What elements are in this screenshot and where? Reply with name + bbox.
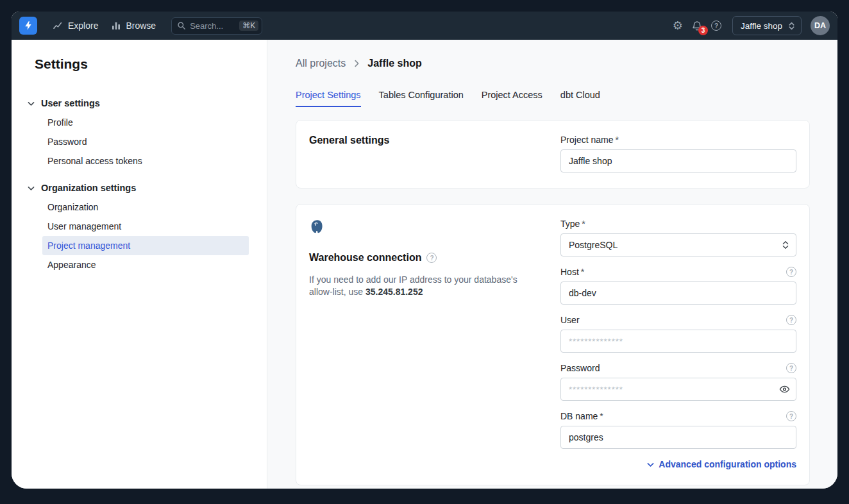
project-name-input[interactable]: [560, 149, 796, 172]
chevron-up-down-icon: [787, 22, 796, 30]
main-content: All projects Jaffle shop Project Setting…: [267, 40, 837, 489]
host-input[interactable]: [560, 281, 796, 305]
sidebar-section-user-settings: User settings Profile Password Personal …: [12, 94, 267, 171]
app-frame: Explore Browse ⌘K ⚙ 3 ?: [12, 12, 837, 489]
tab-dbt-cloud[interactable]: dbt Cloud: [560, 90, 600, 107]
breadcrumb: All projects Jaffle shop: [296, 58, 837, 69]
top-navbar: Explore Browse ⌘K ⚙ 3 ?: [12, 12, 837, 40]
tab-project-settings[interactable]: Project Settings: [296, 90, 361, 107]
sidebar-item-profile[interactable]: Profile: [42, 113, 249, 132]
ip-allowlist-description: If you need to add our IP address to you…: [309, 274, 530, 298]
bar-chart-icon: [111, 21, 121, 31]
project-selector-dropdown[interactable]: Jaffle shop: [732, 16, 802, 35]
search-input[interactable]: [190, 21, 235, 31]
chevron-down-icon: [646, 460, 655, 469]
help-button[interactable]: ?: [707, 16, 726, 35]
required-mark: *: [582, 219, 585, 229]
password-label: Password: [560, 363, 600, 373]
chevron-right-icon: [352, 59, 361, 68]
db-name-input[interactable]: [560, 426, 796, 449]
settings-sidebar: Settings User settings Profile Password …: [12, 40, 267, 489]
line-chart-icon: [53, 21, 63, 31]
lightning-bolt-icon: [23, 21, 33, 31]
general-settings-title: General settings: [309, 135, 541, 146]
avatar-initials: DA: [814, 21, 826, 30]
chevron-down-icon: [27, 184, 35, 192]
sidebar-section-label: User settings: [41, 98, 100, 108]
sidebar-item-user-management[interactable]: User management: [42, 217, 249, 236]
help-icon[interactable]: ?: [786, 411, 796, 421]
warehouse-connection-card: Warehouse connection ? If you need to ad…: [296, 204, 810, 485]
sidebar-item-password[interactable]: Password: [42, 132, 249, 151]
tab-project-access[interactable]: Project Access: [482, 90, 542, 107]
advanced-configuration-link[interactable]: Advanced configuration options: [560, 459, 796, 469]
warehouse-type-select[interactable]: [560, 233, 796, 256]
notifications-button[interactable]: 3: [687, 16, 707, 35]
advanced-configuration-label: Advanced configuration options: [659, 459, 796, 469]
search-icon: [177, 21, 186, 30]
ip-address: 35.245.81.252: [366, 287, 423, 297]
breadcrumb-current-project: Jaffle shop: [367, 58, 421, 69]
user-label: User: [560, 315, 580, 325]
sidebar-item-project-management[interactable]: Project management: [42, 236, 249, 255]
nav-browse-label: Browse: [126, 21, 156, 31]
project-settings-tabs: Project Settings Tables Configuration Pr…: [296, 90, 837, 107]
required-mark: *: [600, 411, 603, 421]
nav-explore-label: Explore: [68, 21, 98, 31]
sidebar-section-header-organization-settings[interactable]: Organization settings: [12, 178, 267, 197]
host-label: Host*: [560, 267, 584, 277]
eye-icon[interactable]: [779, 384, 790, 395]
settings-gear-button[interactable]: ⚙: [668, 16, 687, 35]
sidebar-item-appearance[interactable]: Appearance: [42, 255, 249, 274]
required-mark: *: [615, 135, 618, 145]
password-input[interactable]: [560, 378, 796, 401]
general-settings-card: General settings Project name*: [296, 120, 810, 189]
sidebar-section-header-user-settings[interactable]: User settings: [12, 94, 267, 113]
project-selector-value: Jaffle shop: [741, 21, 782, 31]
page-title: Settings: [35, 56, 267, 72]
help-icon[interactable]: ?: [426, 253, 437, 263]
nav-item-explore[interactable]: Explore: [46, 17, 105, 35]
user-avatar[interactable]: DA: [811, 16, 830, 35]
type-label: Type*: [560, 219, 585, 229]
project-name-label: Project name*: [560, 135, 619, 145]
search-shortcut-badge: ⌘K: [239, 21, 258, 31]
sidebar-section-label: Organization settings: [41, 183, 136, 193]
nav-item-browse[interactable]: Browse: [105, 17, 162, 35]
chevron-up-down-icon: [781, 240, 790, 249]
help-icon[interactable]: ?: [786, 267, 796, 277]
chevron-down-icon: [27, 99, 35, 108]
help-icon: ?: [711, 21, 721, 31]
app-logo[interactable]: [19, 17, 37, 35]
postgresql-icon: [309, 219, 541, 238]
user-input[interactable]: [560, 330, 796, 353]
tab-tables-configuration[interactable]: Tables Configuration: [379, 90, 464, 107]
sidebar-item-personal-access-tokens[interactable]: Personal access tokens: [42, 151, 249, 171]
help-icon[interactable]: ?: [786, 363, 796, 373]
help-icon[interactable]: ?: [786, 315, 796, 325]
breadcrumb-all-projects[interactable]: All projects: [296, 58, 346, 69]
sidebar-item-organization[interactable]: Organization: [42, 197, 249, 217]
required-mark: *: [581, 267, 584, 277]
warehouse-connection-title: Warehouse connection: [309, 252, 421, 264]
sidebar-section-organization-settings: Organization settings Organization User …: [12, 178, 267, 274]
gear-icon: ⚙: [673, 19, 683, 33]
global-search[interactable]: ⌘K: [171, 17, 262, 35]
db-name-label: DB name*: [560, 411, 603, 421]
